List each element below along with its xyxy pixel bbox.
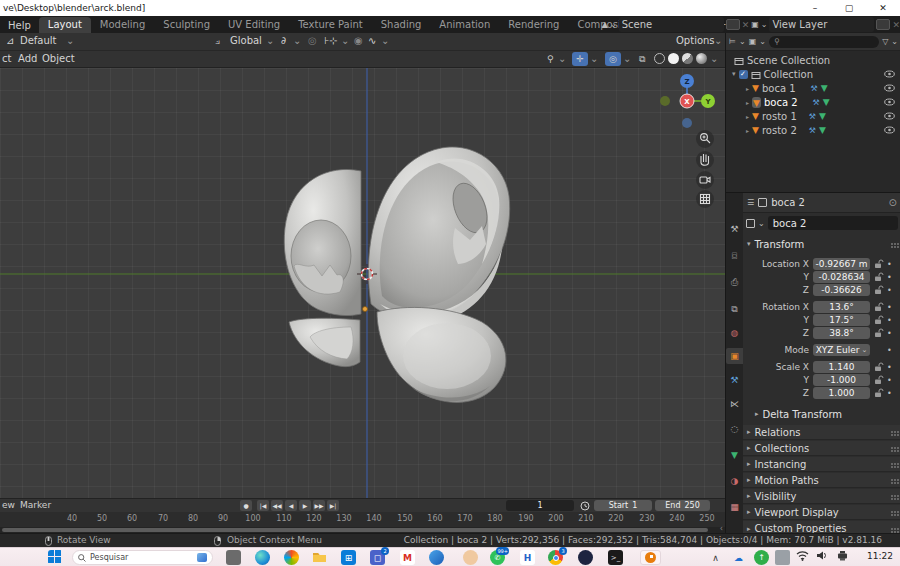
eye-icon[interactable]: [884, 126, 895, 134]
view-layer-selector[interactable]: View Layer: [769, 17, 874, 32]
lock-open-icon[interactable]: [873, 285, 884, 295]
title-bar[interactable]: ve\Desktop\blender\arck.blend] – ▢ ✕: [0, 0, 900, 16]
snap-magnet-icon[interactable]: ∂: [281, 35, 286, 46]
chevron-down-icon[interactable]: ⌄: [66, 35, 74, 46]
chevron-down-icon[interactable]: ⌄: [610, 20, 617, 29]
drag-handle-icon[interactable]: [891, 447, 893, 449]
scrollbar-thumb[interactable]: [2, 528, 708, 532]
navigation-gizmo[interactable]: Z Y X: [660, 74, 715, 128]
chevron-down-icon[interactable]: ⌄: [341, 35, 349, 46]
clock-icon[interactable]: [580, 501, 590, 511]
chevron-down-icon[interactable]: ⌄: [590, 53, 598, 64]
mesh-boca-2[interactable]: [377, 307, 506, 402]
disclosure-closed-icon[interactable]: ▸: [746, 85, 749, 92]
chevron-down-icon[interactable]: ⌄: [266, 35, 274, 46]
show-object-types-icon[interactable]: ⚲: [545, 52, 556, 66]
gizmo-toggle-icon[interactable]: ✛: [572, 52, 588, 66]
chevron-down-icon[interactable]: ⌄: [558, 53, 566, 64]
outliner-row-scene-collection[interactable]: Scene Collection: [726, 53, 900, 67]
rotation-z-field[interactable]: 38.8°: [813, 327, 870, 339]
ms-store-icon[interactable]: ⊞: [341, 550, 356, 565]
scale-z-field[interactable]: 1.000: [813, 387, 870, 399]
disclosure-open-icon[interactable]: ▾: [732, 70, 736, 78]
jump-to-start-button[interactable]: |◀: [257, 500, 269, 511]
menu-view[interactable]: ew: [2, 500, 15, 510]
chevron-down-icon[interactable]: ⌄: [739, 37, 746, 46]
panel-viewport-display[interactable]: ▸ Viewport Display: [743, 505, 900, 520]
task-view-icon[interactable]: [226, 550, 241, 565]
tray-chevron-up-icon[interactable]: ∧: [708, 550, 723, 565]
volume-icon[interactable]: [816, 550, 831, 565]
file-explorer-icon[interactable]: [312, 550, 327, 565]
location-x-field[interactable]: -0.92667 m: [813, 258, 870, 270]
animate-dot-icon[interactable]: •: [887, 329, 892, 338]
eye-icon[interactable]: [884, 70, 895, 78]
panel-collections[interactable]: ▸ Collections: [743, 441, 900, 456]
people-icon[interactable]: [775, 550, 790, 565]
editor-type-icon[interactable]: ☰: [747, 198, 754, 207]
drag-handle-icon[interactable]: [891, 463, 893, 465]
lock-open-icon[interactable]: [873, 388, 884, 398]
hand-app-icon[interactable]: [463, 550, 478, 565]
outliner-row-boca-1[interactable]: ▸ ▼ boca 1 ⚒ ▼: [726, 81, 900, 95]
drag-handle-icon[interactable]: [891, 243, 893, 245]
frame-end-field[interactable]: End 250: [655, 500, 710, 511]
lock-open-icon[interactable]: [873, 272, 884, 282]
minimize-button[interactable]: –: [798, 0, 832, 16]
record-button[interactable]: ●: [240, 500, 252, 511]
viewport-3d[interactable]: Z Y X: [0, 68, 725, 498]
falloff-dot-icon[interactable]: ◉: [354, 35, 363, 46]
animate-dot-icon[interactable]: •: [887, 376, 892, 385]
workspace-tab-uv-editing[interactable]: UV Editing: [219, 17, 289, 33]
zoom-tool-icon[interactable]: [696, 130, 714, 148]
shading-solid-icon[interactable]: [668, 53, 679, 66]
rotation-x-field[interactable]: 13.6°: [813, 301, 870, 313]
workspace-tab-texture-paint[interactable]: Texture Paint: [289, 17, 372, 33]
drag-handle-icon[interactable]: [891, 511, 893, 513]
disclosure-closed-icon[interactable]: ▸: [746, 99, 749, 106]
taskbar-search-input[interactable]: Pesquisar: [72, 550, 213, 565]
mesh-data-icon[interactable]: ▼: [819, 125, 826, 135]
tab-modifiers-icon[interactable]: ⚒: [726, 372, 743, 388]
whatsapp-icon[interactable]: ✆99+: [490, 550, 505, 565]
tab-texture-icon[interactable]: ▦: [726, 499, 743, 515]
windows-start-icon[interactable]: [48, 550, 63, 565]
drag-handle-icon[interactable]: [891, 528, 893, 530]
workspace-tab-animation[interactable]: Animation: [430, 17, 499, 33]
location-y-field[interactable]: -0.028634: [813, 271, 870, 283]
modifier-wrench-icon[interactable]: ⚒: [809, 112, 816, 121]
animate-dot-icon[interactable]: •: [887, 346, 892, 355]
camera-view-icon[interactable]: [696, 171, 714, 189]
transform-orientation-selector[interactable]: Global: [230, 35, 262, 46]
animate-dot-icon[interactable]: •: [887, 303, 892, 312]
pin-icon[interactable]: ⊙: [889, 197, 897, 208]
chevron-down-icon[interactable]: ⌄: [293, 35, 301, 46]
outliner-row-boca-2[interactable]: ▸ ▼ boca 2 ⚒ ▼: [726, 95, 900, 109]
outliner-display-mode-icon[interactable]: ⊨: [729, 37, 736, 46]
close-button[interactable]: ✕: [866, 0, 900, 16]
new-scene-icon[interactable]: [726, 19, 740, 30]
collection-checkbox[interactable]: ✓: [739, 70, 748, 79]
play-reverse-button[interactable]: ◀: [285, 500, 297, 511]
chevron-down-icon[interactable]: ⌄: [381, 35, 389, 46]
next-keyframe-button[interactable]: ▶▶: [313, 500, 325, 511]
ortho-grid-icon[interactable]: [696, 190, 714, 208]
falloff-curve-icon[interactable]: ∿: [368, 35, 376, 46]
scene-selector[interactable]: Scene: [619, 17, 724, 32]
eye-icon[interactable]: [884, 98, 895, 106]
mesh-data-icon[interactable]: ▼: [819, 111, 826, 121]
tab-object-data-icon[interactable]: ▼: [726, 447, 743, 463]
workspace-tab-sculpting[interactable]: Sculpting: [154, 17, 219, 33]
animate-dot-icon[interactable]: •: [887, 260, 892, 269]
maximize-button[interactable]: ▢: [832, 0, 866, 16]
shading-material-icon[interactable]: [682, 53, 693, 66]
disclosure-closed-icon[interactable]: ▸: [746, 113, 749, 120]
scale-y-field[interactable]: -1.000: [813, 374, 870, 386]
rotation-mode-select[interactable]: XYZ Euler ⌄: [813, 344, 870, 356]
copilot-icon[interactable]: [284, 550, 299, 565]
options-menu[interactable]: Options: [676, 35, 715, 46]
disclosure-closed-icon[interactable]: ▸: [746, 127, 749, 134]
chrome-icon[interactable]: 3: [548, 550, 563, 565]
timeline-ruler[interactable]: 40 50 60 70 80 90 100 110 120 130 140 15…: [0, 512, 725, 527]
tab-constraints-icon[interactable]: ⋉: [726, 396, 743, 412]
